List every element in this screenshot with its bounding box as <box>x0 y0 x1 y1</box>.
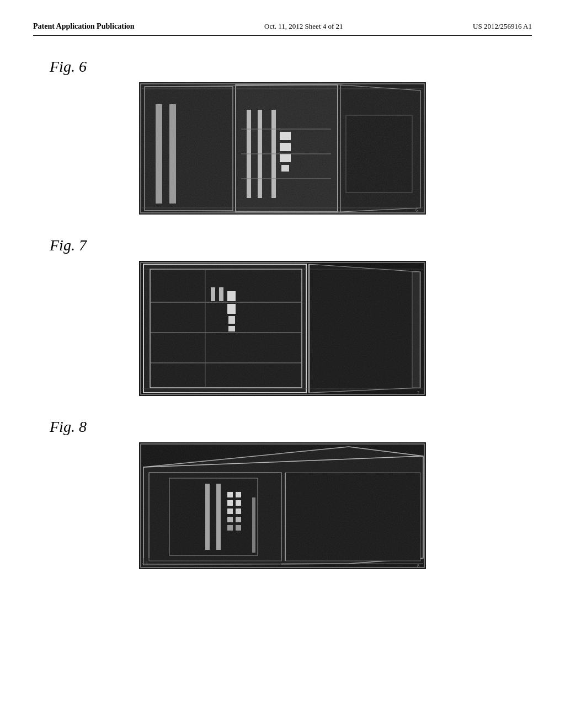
header-sheet-info: Oct. 11, 2012 Sheet 4 of 21 <box>264 22 343 31</box>
figure-7-label: Fig. 7 <box>50 237 521 254</box>
svg-text:6: 6 <box>415 208 418 213</box>
header-patent-number: US 2012/256916 A1 <box>473 22 532 31</box>
figure-6-image-container: 6 <box>44 82 521 215</box>
figure-8-label: Fig. 8 <box>50 418 521 436</box>
figure-6-label: Fig. 6 <box>50 58 521 76</box>
figure-8-block: Fig. 8 <box>44 418 521 569</box>
page-content: Fig. 6 <box>33 52 532 597</box>
figure-7-image-container: 7 <box>44 261 521 396</box>
figure-6-image: 6 <box>139 82 426 215</box>
svg-text:7: 7 <box>417 390 419 395</box>
page-header: Patent Application Publication Oct. 11, … <box>33 22 532 36</box>
figure-8-image-container: 8 8 <box>44 442 521 569</box>
svg-rect-42 <box>139 261 426 396</box>
svg-rect-66 <box>139 442 426 569</box>
figure-6-block: Fig. 6 <box>44 58 521 215</box>
svg-rect-22 <box>139 82 426 215</box>
figure-7-block: Fig. 7 <box>44 237 521 396</box>
figure-7-image: 7 <box>139 261 426 396</box>
page: Patent Application Publication Oct. 11, … <box>0 0 565 728</box>
svg-text:8: 8 <box>417 564 419 569</box>
figure-8-image: 8 8 <box>139 442 426 569</box>
header-publication-label: Patent Application Publication <box>33 22 135 31</box>
